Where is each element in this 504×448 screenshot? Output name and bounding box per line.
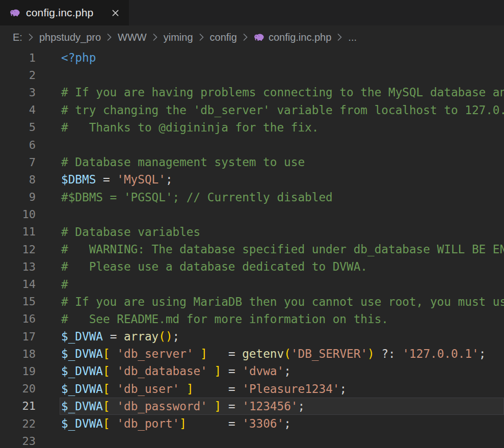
code-line-11[interactable]: 11# Database variables xyxy=(0,223,504,241)
line-number[interactable]: 18 xyxy=(0,348,36,360)
breadcrumb-item-phpstudy-pro[interactable]: phpstudy_pro xyxy=(39,32,101,43)
code-text: #$DBMS = 'PGSQL'; // Currently disabled xyxy=(61,191,333,204)
code-line-14[interactable]: 14# xyxy=(0,275,504,293)
code-text: # If you are having problems connecting … xyxy=(61,86,504,99)
line-number[interactable]: 7 xyxy=(0,156,36,169)
line-number[interactable]: 22 xyxy=(0,417,36,430)
code-line-8[interactable]: 8$DBMS = 'MySQL'; xyxy=(0,171,504,188)
code-text: # WARNING: The database specified under … xyxy=(61,243,504,256)
code-text: $DBMS = 'MySQL'; xyxy=(61,173,173,186)
breadcrumb-item-yiming[interactable]: yiming xyxy=(164,32,193,43)
chevron-right-icon xyxy=(152,32,158,43)
line-number[interactable]: 20 xyxy=(0,382,36,395)
close-icon[interactable] xyxy=(109,6,122,19)
code-line-13[interactable]: 13# Please use a database dedicated to D… xyxy=(0,258,504,275)
code-text: $_DVWA[ 'db_database' ] = 'dvwa'; xyxy=(61,364,291,378)
breadcrumb: E: phpstudy_pro WWW yiming config xyxy=(0,25,504,49)
code-area[interactable]: 1<?php23# If you are having problems con… xyxy=(0,49,504,448)
code-line-10[interactable]: 10 xyxy=(0,206,504,223)
line-number[interactable]: 9 xyxy=(0,191,36,203)
code-text: $_DVWA[ 'db_port'] = '3306'; xyxy=(61,417,291,430)
code-line-1[interactable]: 1<?php xyxy=(0,49,504,66)
line-number[interactable]: 8 xyxy=(0,173,36,186)
code-text: $_DVWA[ 'db_server' ] = getenv('DB_SERVE… xyxy=(61,347,486,360)
line-number[interactable]: 23 xyxy=(0,435,36,447)
chevron-right-icon xyxy=(106,32,113,43)
code-line-18[interactable]: 18$_DVWA[ 'db_server' ] = getenv('DB_SER… xyxy=(0,345,504,362)
line-number[interactable]: 17 xyxy=(0,330,36,343)
chevron-right-icon xyxy=(242,32,249,43)
line-number[interactable]: 4 xyxy=(0,103,36,116)
code-line-12[interactable]: 12# WARNING: The database specified unde… xyxy=(0,241,504,258)
code-text: $_DVWA = array(); xyxy=(61,330,179,343)
php-elephant-icon xyxy=(10,8,20,18)
line-number[interactable]: 11 xyxy=(0,225,36,238)
code-text: <?php xyxy=(61,51,96,64)
code-text: # See README.md for more information on … xyxy=(61,312,388,326)
chevron-right-icon xyxy=(336,32,343,43)
line-number[interactable]: 13 xyxy=(0,260,36,273)
code-text: # Please use a database dedicated to DVW… xyxy=(61,260,367,273)
code-line-5[interactable]: 5# Thanks to @digininja for the fix. xyxy=(0,119,504,136)
code-line-9[interactable]: 9#$DBMS = 'PGSQL'; // Currently disabled xyxy=(0,189,504,206)
code-line-7[interactable]: 7# Database management system to use xyxy=(0,153,504,171)
code-line-17[interactable]: 17$_DVWA = array(); xyxy=(0,328,504,345)
code-text: $_DVWA[ 'db_user' ] = 'Pleasure1234'; xyxy=(61,382,347,396)
code-line-6[interactable]: 6 xyxy=(0,136,504,153)
breadcrumb-item-config[interactable]: config xyxy=(210,32,237,43)
code-line-22[interactable]: 22$_DVWA[ 'db_port'] = '3306'; xyxy=(0,415,504,432)
code-line-15[interactable]: 15# If you are using MariaDB then you ca… xyxy=(0,293,504,310)
line-number[interactable]: 14 xyxy=(0,278,36,291)
tab-config-inc-php[interactable]: config.inc.php xyxy=(0,0,129,25)
code-line-21[interactable]: 21$_DVWA[ 'db_password' ] = '123456'; xyxy=(0,398,504,415)
code-text: # Database management system to use xyxy=(61,155,305,169)
code-line-23[interactable]: 23 xyxy=(0,432,504,448)
code-line-2[interactable]: 2 xyxy=(0,66,504,84)
line-number[interactable]: 1 xyxy=(0,51,36,64)
line-number[interactable]: 3 xyxy=(0,86,36,99)
breadcrumb-item-www[interactable]: WWW xyxy=(118,32,147,43)
code-text: $_DVWA[ 'db_password' ] = '123456'; xyxy=(61,400,305,413)
code-editor-window: config.inc.php E: phpstudy_pro WWW yimin… xyxy=(0,0,504,448)
code-line-16[interactable]: 16# See README.md for more information o… xyxy=(0,310,504,328)
line-number[interactable]: 16 xyxy=(0,312,36,325)
chevron-right-icon xyxy=(198,32,205,43)
code-text: # try changing the 'db_server' variable … xyxy=(61,103,504,117)
code-text: # Database variables xyxy=(61,225,200,239)
code-line-3[interactable]: 3# If you are having problems connecting… xyxy=(0,84,504,101)
chevron-right-icon xyxy=(28,32,34,43)
breadcrumb-item-config-inc-php[interactable]: config.inc.php xyxy=(254,32,331,43)
line-number[interactable]: 12 xyxy=(0,243,36,256)
code-text: # Thanks to @digininja for the fix. xyxy=(61,121,319,134)
line-number[interactable]: 15 xyxy=(0,295,36,308)
line-number[interactable]: 21 xyxy=(0,400,36,412)
line-number[interactable]: 19 xyxy=(0,365,36,378)
breadcrumb-file-label: config.inc.php xyxy=(269,32,331,43)
code-line-20[interactable]: 20$_DVWA[ 'db_user' ] = 'Pleasure1234'; xyxy=(0,380,504,398)
php-elephant-icon xyxy=(254,32,264,43)
line-number[interactable]: 5 xyxy=(0,121,36,134)
breadcrumb-item--[interactable]: ... xyxy=(348,32,357,43)
tab-label: config.inc.php xyxy=(26,7,93,19)
tab-bar: config.inc.php xyxy=(0,0,504,25)
line-number[interactable]: 2 xyxy=(0,69,36,82)
code-line-4[interactable]: 4# try changing the 'db_server' variable… xyxy=(0,101,504,119)
tab-bar-empty-area xyxy=(129,0,504,25)
line-number[interactable]: 10 xyxy=(0,208,36,221)
code-text: # If you are using MariaDB then you cann… xyxy=(61,295,504,308)
breadcrumb-item-e-[interactable]: E: xyxy=(13,32,22,43)
line-number[interactable]: 6 xyxy=(0,139,36,151)
code-text: # xyxy=(61,278,68,291)
code-line-19[interactable]: 19$_DVWA[ 'db_database' ] = 'dvwa'; xyxy=(0,362,504,380)
